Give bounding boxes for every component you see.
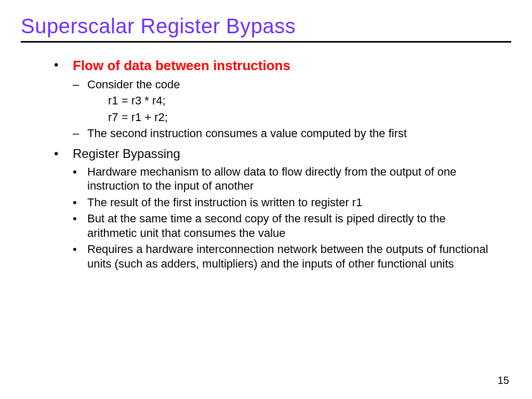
subbullet-text: Hardware mechanism to allow data to flow… [87,165,496,193]
dot-icon [73,242,87,271]
bullet-icon: • [54,146,73,162]
slide: Superscalar Register Bypass • Flow of da… [0,0,532,399]
subbullet-consider: Consider the code [73,77,496,92]
subbullet-second-instr: The second instruction consumes a value … [73,126,496,141]
slide-title: Superscalar Register Bypass [21,15,511,38]
subbullet-text: Consider the code [87,77,496,92]
slide-content: • Flow of data between instructions Cons… [21,57,511,271]
bullet-flow-heading: • Flow of data between instructions [54,57,496,74]
page-number: 15 [498,375,509,387]
subbullet-result-written: The result of the first instruction is w… [73,195,496,210]
bullet-icon: • [54,57,73,74]
dash-icon [73,77,87,92]
subbullet-text: The result of the first instruction is w… [87,195,496,210]
code-line-2: r7 = r1 + r2; [108,110,496,125]
code-line-1: r1 = r3 * r4; [108,94,496,108]
subbullet-text: The second instruction consumes a value … [87,126,496,141]
subbullet-text: Requires a hardware interconnection netw… [87,242,496,271]
bullet-register-bypassing: • Register Bypassing [54,146,496,162]
dot-icon [73,195,87,210]
subbullet-hardware-mech: Hardware mechanism to allow data to flow… [73,165,496,193]
dot-icon [73,165,87,193]
subbullet-interconnection: Requires a hardware interconnection netw… [73,242,496,271]
bullet-text: Flow of data between instructions [73,57,496,74]
bullet-text: Register Bypassing [73,146,496,162]
subbullet-second-copy: But at the same time a second copy of th… [73,211,496,240]
dash-icon [73,126,87,141]
dot-icon [73,211,87,240]
title-rule [21,41,511,43]
subbullet-text: But at the same time a second copy of th… [87,211,496,240]
